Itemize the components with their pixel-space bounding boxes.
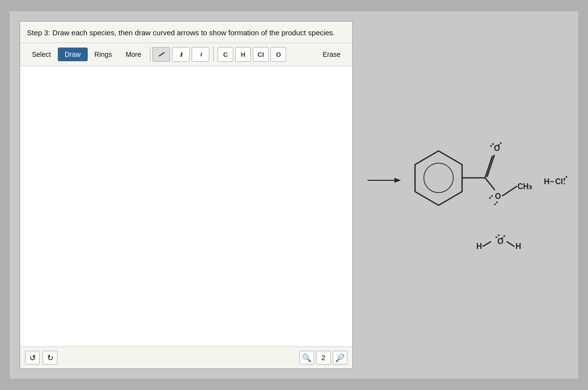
lone-pair-dot-1 <box>490 145 492 147</box>
bond-tools: / // /// <box>152 47 209 62</box>
water-lone-pair-4 <box>503 235 505 237</box>
undo-redo-controls: ↺ ↻ <box>25 351 57 365</box>
lone-pair-dot-5 <box>491 195 493 197</box>
carbon-label: C <box>223 51 228 58</box>
single-bond-button[interactable]: / <box>152 47 170 62</box>
water-lone-pair-2 <box>498 234 500 236</box>
lone-pair-dot-6 <box>489 197 491 199</box>
redo-button[interactable]: ↻ <box>43 351 57 365</box>
double-bond-button[interactable]: // <box>172 47 190 62</box>
triple-bond-button[interactable]: /// <box>192 47 209 62</box>
zoom-out-button[interactable]: 🔎 <box>333 351 347 365</box>
water-h-left-bond <box>483 242 491 246</box>
draw-button[interactable]: Draw <box>58 48 88 61</box>
atom-tools: C H Cl O <box>218 47 286 62</box>
toolbar-separator-1 <box>150 47 150 62</box>
water-h-right-bond <box>507 242 514 246</box>
carbonyl-bond-2 <box>487 155 494 177</box>
lone-pair-dot-4 <box>500 142 502 144</box>
lone-pair-dot-2 <box>492 143 494 145</box>
zoom-in-icon: 🔍 <box>302 353 312 363</box>
select-button[interactable]: Select <box>25 48 58 61</box>
carbonyl-bond-1 <box>485 156 492 178</box>
zoom-out-icon: 🔎 <box>335 353 345 363</box>
draw-canvas[interactable] <box>20 66 352 346</box>
zoom-reset-button[interactable]: 2 <box>316 351 331 365</box>
water-h-left-label: H <box>476 242 482 250</box>
double-bond-icon: // <box>180 51 182 58</box>
rings-button[interactable]: Rings <box>88 48 119 61</box>
undo-button[interactable]: ↺ <box>25 351 40 365</box>
structure-panel: O O CH₃ H− Cl: <box>363 21 568 369</box>
zoom-controls: 🔍 2 🔎 <box>299 351 347 365</box>
lone-pair-dot-3 <box>498 144 500 146</box>
oxygen-label: O <box>276 51 281 58</box>
erase-button[interactable]: Erase <box>316 48 347 61</box>
svg-point-2 <box>424 163 453 193</box>
water-lone-pair-3 <box>501 237 503 239</box>
undo-icon: ↺ <box>29 353 36 363</box>
zoom-in-button[interactable]: 🔍 <box>299 351 314 365</box>
instruction-text: Step 3: Draw each species, then draw cur… <box>27 28 335 37</box>
hydrogen-label: H <box>241 51 245 58</box>
o-ch3-bond <box>502 186 517 196</box>
draw-panel: Step 3: Draw each species, then draw cur… <box>20 21 353 369</box>
lone-pair-dot-8 <box>494 203 496 205</box>
ch3-label: CH₃ <box>517 182 532 191</box>
oxygen-button[interactable]: O <box>270 47 286 62</box>
toolbar-separator-2 <box>213 47 214 62</box>
hydrogen-button[interactable]: H <box>235 47 251 62</box>
carbon-button[interactable]: C <box>218 47 233 62</box>
chlorine-button[interactable]: Cl <box>253 47 269 62</box>
c-o-bond <box>485 178 495 190</box>
water-h-right-label: H <box>515 242 521 250</box>
step-instruction: Step 3: Draw each species, then draw cur… <box>20 22 352 43</box>
redo-icon: ↻ <box>47 353 53 363</box>
more-button[interactable]: More <box>119 48 148 61</box>
canvas-bottom: ↺ ↻ 🔍 2 🔎 <box>20 346 352 368</box>
toolbar: Select Draw Rings More / // /// <box>20 43 352 66</box>
oxygen-bottom-label: O <box>495 192 501 200</box>
reaction-arrow <box>394 178 401 183</box>
single-bond-icon: / <box>157 50 166 59</box>
main-container: Step 3: Draw each species, then draw cur… <box>10 11 578 379</box>
cl-lone-pair-1 <box>564 178 565 180</box>
zoom-reset-label: 2 <box>321 354 325 362</box>
hcl-h-label: H− <box>544 177 554 186</box>
cl-lone-pair-2 <box>565 176 567 178</box>
chemical-structure-svg: O O CH₃ H− Cl: <box>363 92 568 298</box>
lone-pair-dot-7 <box>496 201 498 203</box>
chlorine-label: Cl <box>258 51 264 58</box>
svg-marker-1 <box>415 151 462 205</box>
water-lone-pair-1 <box>495 236 497 238</box>
benzene-ring <box>415 151 462 205</box>
